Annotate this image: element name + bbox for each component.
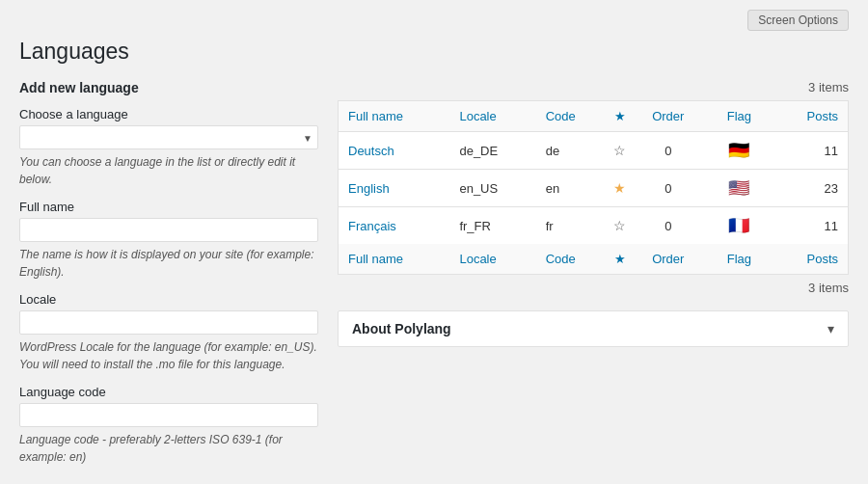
- order-sort-link[interactable]: Order: [652, 109, 684, 123]
- cell-order: 0: [630, 207, 707, 245]
- star-icon[interactable]: ☆: [613, 218, 626, 233]
- items-count-top: 3 items: [338, 80, 849, 94]
- cell-flag: 🇩🇪: [707, 132, 773, 170]
- choose-language-label: Choose a language: [19, 107, 318, 121]
- chevron-down-icon: ▾: [827, 321, 834, 336]
- choose-language-hint: You can choose a language in the list or…: [19, 153, 318, 188]
- fullname-footer-sort-link[interactable]: Full name: [348, 252, 403, 266]
- cell-locale: fr_FR: [449, 207, 535, 245]
- locale-group: Locale WordPress Locale for the language…: [19, 292, 318, 373]
- languages-table: Full name Locale Code ★ Order Flag: [338, 100, 849, 275]
- language-code-hint: Language code - preferably 2-letters ISO…: [19, 431, 318, 466]
- col-footer-star: ★: [610, 244, 630, 275]
- cell-fullname[interactable]: English: [339, 170, 450, 207]
- table-row: Deutsch de_DE de ☆ 0 🇩🇪 11: [339, 132, 849, 170]
- cell-flag: 🇫🇷: [707, 207, 773, 245]
- col-header-flag: Flag: [707, 101, 773, 132]
- star-icon[interactable]: ☆: [613, 143, 626, 158]
- flag-icon: 🇫🇷: [728, 216, 749, 235]
- language-name-link[interactable]: Deutsch: [348, 144, 394, 158]
- locale-sort-link[interactable]: Locale: [459, 109, 496, 123]
- full-name-label: Full name: [19, 200, 318, 214]
- choose-language-select[interactable]: [19, 125, 318, 149]
- cell-locale: de_DE: [449, 132, 535, 170]
- locale-input[interactable]: [19, 310, 318, 335]
- cell-fullname[interactable]: Deutsch: [339, 132, 450, 170]
- language-code-input[interactable]: [19, 403, 318, 427]
- choose-language-group: Choose a language ▼ You can choose a lan…: [19, 107, 318, 188]
- page-title: Languages: [19, 39, 849, 65]
- table-footer-row: Full name Locale Code ★ Order Flag: [339, 244, 849, 275]
- code-sort-link[interactable]: Code: [546, 109, 576, 123]
- col-footer-code[interactable]: Code: [536, 244, 610, 275]
- col-footer-posts[interactable]: Posts: [772, 244, 848, 275]
- cell-posts: 11: [772, 207, 848, 245]
- order-footer-sort-link[interactable]: Order: [652, 252, 684, 266]
- col-footer-locale[interactable]: Locale: [449, 244, 535, 275]
- cell-order: 0: [630, 132, 707, 170]
- left-panel: Add new language Choose a language ▼ You…: [19, 80, 318, 477]
- col-footer-order[interactable]: Order: [630, 244, 707, 275]
- col-header-fullname[interactable]: Full name: [339, 101, 450, 132]
- add-new-language-title: Add new language: [19, 80, 318, 95]
- cell-locale: en_US: [449, 170, 535, 207]
- locale-footer-sort-link[interactable]: Locale: [459, 252, 496, 266]
- col-header-posts[interactable]: Posts: [772, 101, 848, 132]
- col-header-order[interactable]: Order: [630, 101, 707, 132]
- full-name-group: Full name The name is how it is displaye…: [19, 200, 318, 281]
- table-header-row: Full name Locale Code ★ Order Flag: [339, 101, 849, 132]
- flag-icon: 🇺🇸: [728, 178, 749, 198]
- screen-options-button[interactable]: Screen Options: [747, 10, 849, 31]
- col-header-locale[interactable]: Locale: [449, 101, 535, 132]
- cell-code: de: [536, 132, 610, 170]
- posts-footer-sort-link[interactable]: Posts: [806, 252, 838, 266]
- posts-sort-link[interactable]: Posts: [806, 109, 838, 123]
- cell-code: fr: [536, 207, 610, 245]
- table-row: Français fr_FR fr ☆ 0 🇫🇷 11: [339, 207, 849, 245]
- cell-star[interactable]: ☆: [610, 207, 630, 245]
- right-panel: 3 items Full name Locale Code ★: [338, 80, 849, 347]
- full-name-input[interactable]: [19, 218, 318, 242]
- about-polylang-title: About Polylang: [352, 321, 451, 336]
- full-name-hint: The name is how it is displayed on your …: [19, 246, 318, 281]
- col-header-star: ★: [610, 101, 630, 132]
- about-polylang-header[interactable]: About Polylang ▾: [339, 311, 848, 346]
- col-footer-flag: Flag: [707, 244, 773, 275]
- language-name-link[interactable]: Français: [348, 219, 396, 233]
- cell-posts: 11: [772, 132, 848, 170]
- language-code-group: Language code Language code - preferably…: [19, 385, 318, 466]
- fullname-sort-link[interactable]: Full name: [348, 109, 403, 123]
- col-header-code[interactable]: Code: [536, 101, 610, 132]
- cell-star[interactable]: ★: [610, 170, 630, 207]
- code-footer-sort-link[interactable]: Code: [546, 252, 576, 266]
- flag-icon: 🇩🇪: [728, 141, 749, 160]
- star-icon[interactable]: ★: [613, 180, 626, 196]
- cell-code: en: [536, 170, 610, 207]
- cell-order: 0: [630, 170, 707, 207]
- items-count-bottom: 3 items: [338, 281, 849, 295]
- cell-flag: 🇺🇸: [707, 170, 773, 207]
- cell-star[interactable]: ☆: [610, 132, 630, 170]
- table-row: English en_US en ★ 0 🇺🇸 23: [339, 170, 849, 207]
- language-code-label: Language code: [19, 385, 318, 399]
- about-polylang-section: About Polylang ▾: [338, 310, 849, 347]
- cell-fullname[interactable]: Français: [339, 207, 450, 245]
- language-name-link[interactable]: English: [348, 181, 390, 196]
- locale-label: Locale: [19, 292, 318, 307]
- locale-hint: WordPress Locale for the language (for e…: [19, 338, 318, 373]
- cell-posts: 23: [772, 170, 848, 207]
- col-footer-fullname[interactable]: Full name: [339, 244, 450, 275]
